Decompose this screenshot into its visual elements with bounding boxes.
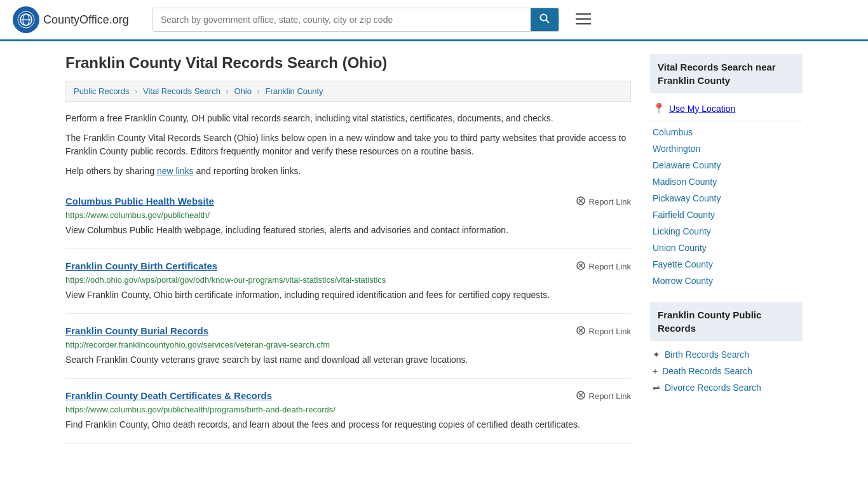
- public-records-item: ⇌ Divorce Records Search: [650, 379, 803, 396]
- public-records-item: + Death Records Search: [650, 363, 803, 379]
- public-records-section: Franklin County Public Records ✦ Birth R…: [650, 302, 803, 396]
- nearby-link[interactable]: Union County: [653, 243, 707, 253]
- logo-icon: [13, 6, 39, 33]
- report-link-button[interactable]: Report Link: [576, 325, 631, 337]
- intro-paragraph-1: Perform a free Franklin County, OH publi…: [65, 112, 631, 125]
- nearby-list-item: Delaware County: [653, 157, 800, 173]
- sidebar: Vital Records Search near Franklin Count…: [650, 54, 803, 444]
- pub-records-icon: ⇌: [653, 383, 660, 393]
- result-item: Columbus Public Health Website Report Li…: [65, 184, 631, 249]
- report-label: Report Link: [589, 262, 631, 271]
- pub-records-link[interactable]: Divorce Records Search: [665, 383, 761, 393]
- result-description: Search Franklin County veterans grave se…: [65, 353, 631, 367]
- site-header: CountyOffice.org: [0, 0, 868, 41]
- search-input[interactable]: [153, 8, 531, 31]
- new-links-link[interactable]: new links: [157, 166, 194, 176]
- svg-line-5: [546, 20, 550, 24]
- breadcrumb-ohio[interactable]: Ohio: [234, 86, 252, 96]
- nearby-header: Vital Records Search near Franklin Count…: [650, 54, 803, 93]
- report-icon: [576, 196, 586, 208]
- result-item: Franklin County Burial Records Report Li…: [65, 314, 631, 379]
- nearby-list-item: Pickaway County: [653, 190, 800, 207]
- report-icon: [576, 390, 586, 402]
- nearby-list-item: Fairfield County: [653, 207, 800, 223]
- pub-records-icon: ✦: [653, 349, 660, 360]
- page-title: Franklin County Vital Records Search (Oh…: [65, 54, 631, 72]
- nearby-link[interactable]: Delaware County: [653, 160, 721, 170]
- main-content: Franklin County Vital Records Search (Oh…: [65, 54, 631, 444]
- result-header: Franklin County Burial Records Report Li…: [65, 325, 631, 337]
- result-item: Franklin County Death Certificates & Rec…: [65, 379, 631, 444]
- result-item: Franklin County Birth Certificates Repor…: [65, 249, 631, 314]
- nearby-link[interactable]: Columbus: [653, 127, 693, 137]
- search-button[interactable]: [531, 8, 559, 31]
- report-link-button[interactable]: Report Link: [576, 390, 631, 402]
- use-location[interactable]: 📍 Use My Location: [650, 98, 803, 118]
- report-label: Report Link: [589, 391, 631, 401]
- nearby-link[interactable]: Fayette County: [653, 259, 713, 269]
- result-url: https://www.columbus.gov/publichealth/: [65, 210, 631, 220]
- report-link-button[interactable]: Report Link: [576, 261, 631, 273]
- intro-paragraph-3: Help others by sharing new links and rep…: [65, 165, 631, 178]
- svg-rect-6: [576, 13, 591, 15]
- svg-rect-7: [576, 18, 591, 20]
- result-title[interactable]: Franklin County Death Certificates & Rec…: [65, 390, 272, 401]
- report-icon: [576, 325, 586, 337]
- nearby-list-item: Morrow County: [653, 273, 800, 289]
- result-url: http://recorder.franklincountyohio.gov/s…: [65, 340, 631, 349]
- nearby-link[interactable]: Licking County: [653, 226, 711, 236]
- nearby-list-item: Union County: [653, 240, 800, 256]
- breadcrumb-franklin-county[interactable]: Franklin County: [266, 86, 323, 96]
- result-description: View Columbus Public Health webpage, inc…: [65, 224, 631, 237]
- report-label: Report Link: [589, 197, 631, 207]
- nearby-link[interactable]: Madison County: [653, 177, 717, 187]
- result-title[interactable]: Franklin County Birth Certificates: [65, 261, 217, 271]
- breadcrumb: Public Records › Vital Records Search › …: [65, 81, 631, 102]
- nearby-list-item: Licking County: [653, 223, 800, 240]
- result-title[interactable]: Franklin County Burial Records: [65, 325, 208, 336]
- svg-rect-8: [576, 23, 591, 25]
- report-link-button[interactable]: Report Link: [576, 196, 631, 208]
- nearby-link[interactable]: Pickaway County: [653, 193, 721, 203]
- result-header: Franklin County Birth Certificates Repor…: [65, 261, 631, 273]
- results-list: Columbus Public Health Website Report Li…: [65, 184, 631, 444]
- nearby-link[interactable]: Morrow County: [653, 276, 713, 286]
- sidebar-divider: [650, 121, 803, 121]
- nearby-link[interactable]: Worthington: [653, 144, 700, 154]
- location-icon: 📍: [653, 102, 665, 114]
- result-url: https://www.columbus.gov/publichealth/pr…: [65, 405, 631, 414]
- search-bar[interactable]: [153, 8, 559, 32]
- hamburger-menu[interactable]: [572, 7, 595, 32]
- pub-records-link[interactable]: Death Records Search: [662, 366, 752, 376]
- nearby-link[interactable]: Fairfield County: [653, 210, 715, 220]
- result-description: Find Franklin County, Ohio death records…: [65, 418, 631, 431]
- result-title[interactable]: Columbus Public Health Website: [65, 196, 214, 207]
- result-header: Franklin County Death Certificates & Rec…: [65, 390, 631, 402]
- logo-area[interactable]: CountyOffice.org: [13, 6, 140, 33]
- nearby-list-item: Fayette County: [653, 256, 800, 273]
- main-container: Franklin County Vital Records Search (Oh…: [53, 41, 815, 456]
- pub-records-link[interactable]: Birth Records Search: [665, 349, 749, 360]
- report-icon: [576, 261, 586, 273]
- nearby-list-item: Worthington: [653, 140, 800, 157]
- result-header: Columbus Public Health Website Report Li…: [65, 196, 631, 208]
- nearby-list-item: Madison County: [653, 173, 800, 190]
- breadcrumb-vital-records[interactable]: Vital Records Search: [143, 86, 220, 96]
- use-location-link[interactable]: Use My Location: [669, 104, 735, 114]
- logo-text: CountyOffice.org: [43, 13, 129, 27]
- report-label: Report Link: [589, 327, 631, 336]
- public-records-header: Franklin County Public Records: [650, 302, 803, 341]
- pub-records-icon: +: [653, 366, 658, 376]
- nearby-list-item: Columbus: [653, 124, 800, 140]
- breadcrumb-public-records[interactable]: Public Records: [74, 86, 129, 96]
- intro-paragraph-2: The Franklin County Vital Records Search…: [65, 132, 631, 158]
- result-description: View Franklin County, Ohio birth certifi…: [65, 288, 631, 302]
- public-records-list: ✦ Birth Records Search + Death Records S…: [650, 346, 803, 396]
- public-records-item: ✦ Birth Records Search: [650, 346, 803, 363]
- nearby-section: Vital Records Search near Franklin Count…: [650, 54, 803, 289]
- svg-point-4: [541, 15, 547, 21]
- nearby-list: ColumbusWorthingtonDelaware CountyMadiso…: [650, 124, 803, 289]
- result-url: https://odh.ohio.gov/wps/portal/gov/odh/…: [65, 275, 631, 285]
